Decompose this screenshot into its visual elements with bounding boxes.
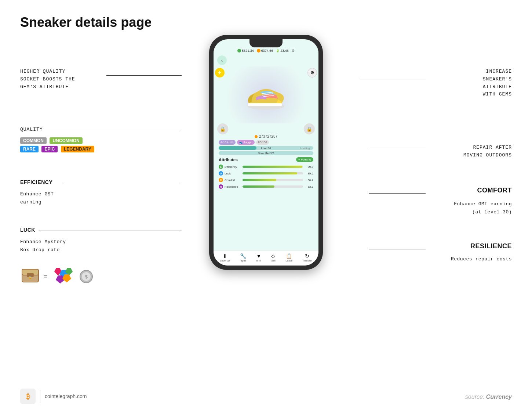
source-bar: ₿ cointelegraph.com — [20, 389, 87, 404]
token-dot-icon — [255, 135, 258, 138]
status-value-1: 5321.34 — [242, 49, 254, 53]
status-item-3: 🔋 23.45 — [276, 49, 289, 53]
repair-icon: 🔧 — [240, 253, 246, 259]
resilience-annotation: RESILIENCE — [470, 242, 512, 250]
nav-mint[interactable]: ♥ mint — [256, 253, 261, 262]
sneaker-image — [241, 77, 291, 113]
chest-icon: 🔒 — [20, 267, 40, 286]
nav-level-up[interactable]: ⬆ Level up — [220, 253, 230, 262]
comfort-bar-bg — [243, 179, 303, 181]
comfort-icon: C — [219, 178, 223, 182]
source-divider — [40, 390, 40, 403]
nav-sell[interactable]: ◇ Sell — [271, 253, 276, 262]
status-item-2: 6374.56 — [257, 49, 273, 53]
lease-label: Lease — [285, 259, 292, 262]
type-badge: 👟 Jogger — [237, 140, 255, 145]
comfort-annotation: COMFORT — [477, 187, 512, 194]
line-efficiency — [64, 183, 182, 183]
level-label: Level 10 — [261, 147, 271, 149]
quality-badges-container: COMMON UNCOMMON RARE EPIC LEGENDARY — [20, 137, 96, 152]
svg-text:₿: ₿ — [26, 393, 30, 400]
comfort-bar-fill — [243, 179, 276, 181]
nav-repair[interactable]: 🔧 repair — [240, 253, 246, 262]
level-progress-bar: Level 10 Leveling... — [219, 146, 313, 150]
status-value-2: 6374.56 — [261, 49, 273, 53]
phone-content-area: 4-10 km/h 👟 Jogger 80/100 Level 10 Level… — [214, 138, 318, 250]
luck-value: 89.6 — [305, 172, 313, 175]
attributes-header: Attributes + Point(8) — [217, 156, 315, 163]
mint-icon: ♥ — [257, 253, 260, 259]
back-button[interactable]: ‹ — [217, 55, 227, 65]
leveling-label: Leveling... — [300, 147, 312, 149]
sell-icon: ◇ — [271, 253, 275, 259]
comfort-name: Comfort — [225, 178, 241, 182]
transfer-icon: ↻ — [305, 253, 309, 259]
point-badge[interactable]: + Point(8) — [296, 157, 313, 162]
cointelegraph-logo: ₿ — [20, 389, 36, 404]
luck-desc: Enhance MysteryBox drop rate — [20, 238, 66, 254]
attr-row-resilience: R Resilience 53.3 — [217, 184, 315, 189]
level-progress-fill — [219, 146, 256, 150]
shoe-mint-label: Shoe Mint 3/7 — [258, 152, 274, 155]
status-green-icon — [237, 49, 241, 53]
badge-epic: EPIC — [41, 146, 58, 152]
nav-lease[interactable]: 📋 Lease — [285, 253, 292, 262]
badge-rare: RARE — [20, 146, 39, 152]
badge-uncommon: UNCOMMON — [50, 137, 82, 144]
durability-badge: 80/100 — [256, 140, 269, 145]
resilience-desc: Reduces repair costs — [451, 255, 512, 263]
higher-quality-annotation: HIGHER QUALITYSOCKET BOOSTS THEGEM'S ATT… — [20, 68, 75, 91]
mystery-box-icons: 🔒 = $ — [20, 266, 93, 286]
jogger-label: Jogger — [244, 141, 252, 144]
transfer-label: Transfer — [303, 259, 312, 262]
svg-text:🔒: 🔒 — [28, 275, 32, 279]
repair-annotation: REPAIR AFTERMOVING OUTDOORS — [463, 144, 512, 159]
socket-lock-left[interactable]: 🔒 — [217, 123, 228, 134]
luck-bar-fill — [243, 172, 297, 174]
line-higher-quality — [106, 75, 182, 76]
sneaker-display-area: + ⚙ — [214, 66, 318, 123]
phone-bottom-nav: ⬆ Level up 🔧 repair ♥ mint ◇ Sell 📋 — [214, 250, 318, 266]
attr-row-luck: U Luck 89.6 — [217, 171, 315, 176]
comfort-value: 56.4 — [305, 178, 313, 182]
phone-notch — [249, 39, 283, 47]
add-gem-button[interactable]: + — [215, 68, 225, 77]
settings-icon: ⚙ — [292, 49, 295, 53]
token-id-row: 273727287 — [214, 134, 318, 138]
line-quality — [44, 131, 182, 131]
luck-bar-bg — [243, 172, 303, 174]
efficiency-icon: E — [219, 165, 223, 169]
level-progress-row: Level 10 Leveling... — [217, 146, 315, 150]
phone-screen: 5321.34 6374.56 🔋 23.45 ⚙ ‹ + — [214, 39, 318, 266]
line-increase — [360, 79, 426, 79]
comfort-desc: Enhance GMT earning(at level 30) — [454, 200, 512, 216]
socket-lock-right[interactable]: 🔒 — [304, 123, 315, 134]
line-luck — [39, 231, 182, 231]
level-up-icon: ⬆ — [223, 253, 227, 259]
svg-text:$: $ — [85, 274, 88, 279]
level-up-label: Level up — [220, 259, 230, 262]
source-bold: Currency — [486, 394, 512, 400]
shoe-mint-bar: Shoe Mint 3/7 — [219, 151, 313, 155]
resilience-value: 53.3 — [305, 185, 313, 188]
shoe-mint-row: Shoe Mint 3/7 — [217, 151, 315, 155]
status-item-1: 5321.34 — [237, 49, 254, 53]
efficiency-bar-bg — [243, 166, 303, 168]
line-resilience — [369, 249, 426, 249]
info-button[interactable]: ⚙ — [307, 68, 317, 77]
luck-icon: U — [219, 171, 223, 176]
lease-icon: 📋 — [286, 253, 292, 259]
attr-row-comfort: C Comfort 56.4 — [217, 177, 315, 183]
resilience-bar-fill — [243, 185, 274, 188]
speed-badge: 4-10 km/h — [219, 140, 236, 145]
nav-transfer[interactable]: ↻ Transfer — [303, 253, 312, 262]
mint-label: mint — [256, 259, 261, 262]
svg-rect-17 — [248, 103, 282, 106]
efficiency-name: Efficiency — [225, 165, 241, 169]
efficiency-bar-fill — [243, 166, 302, 168]
efficiency-value: 99.3 — [305, 165, 313, 169]
status-value-3: 23.45 — [280, 49, 289, 53]
battery-icon: 🔋 — [276, 49, 280, 53]
socket-locks-row: 🔒 🔒 — [214, 123, 318, 134]
source-right-text: source: — [465, 394, 486, 400]
